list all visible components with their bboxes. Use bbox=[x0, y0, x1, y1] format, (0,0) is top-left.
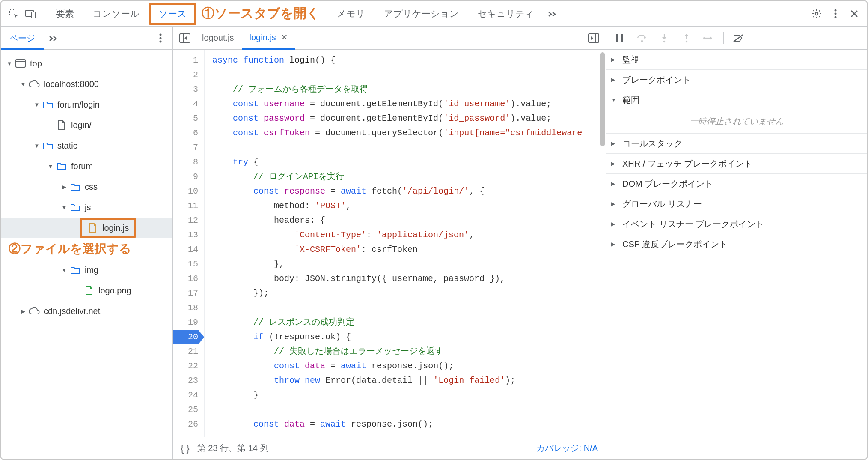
tab-sources-highlight[interactable]: ソース bbox=[149, 3, 196, 25]
tree-label: forum/login bbox=[57, 100, 100, 110]
toggle-navigator-icon[interactable] bbox=[175, 29, 194, 48]
toolbar-separator bbox=[43, 7, 43, 21]
svg-point-24 bbox=[703, 37, 705, 39]
tab-security[interactable]: セキュリティ bbox=[468, 1, 544, 27]
section-scope[interactable]: ▼範囲 bbox=[606, 90, 867, 110]
chevron-down-icon: ▼ bbox=[4, 60, 15, 67]
tree-folder[interactable]: ▼ static bbox=[1, 135, 172, 156]
tree-file-selected[interactable]: login.js bbox=[1, 218, 172, 238]
kebab-menu-icon[interactable] bbox=[827, 5, 844, 22]
svg-point-18 bbox=[641, 40, 643, 42]
scrollbar[interactable] bbox=[600, 52, 605, 146]
tree-folder[interactable]: ▼ img bbox=[1, 260, 172, 280]
tree-folder[interactable]: ▼ js bbox=[1, 197, 172, 218]
section-event-breakpoints[interactable]: ▶イベント リスナー ブレークポイント bbox=[606, 214, 867, 234]
svg-point-20 bbox=[663, 40, 665, 42]
breakpoint-marker[interactable]: 20 bbox=[173, 330, 198, 344]
editor-status-bar: { } 第 23 行、第 14 列 カバレッジ: N/A bbox=[173, 437, 606, 459]
chevron-down-icon: ▼ bbox=[59, 267, 69, 273]
tree-folder[interactable]: ▼ forum/login bbox=[1, 94, 172, 115]
file-tab-label: logout.js bbox=[202, 33, 234, 43]
tree-label: cdn.jsdelivr.net bbox=[44, 306, 100, 316]
section-xhr-breakpoints[interactable]: ▶XHR / フェッチ ブレークポイント bbox=[606, 154, 867, 173]
annotation-1: ①ソースタブを開く bbox=[202, 5, 320, 22]
svg-point-3 bbox=[815, 12, 818, 15]
inspect-element-icon[interactable] bbox=[5, 5, 22, 22]
section-global-listeners[interactable]: ▶グローバル リスナー bbox=[606, 194, 867, 214]
step-into-icon[interactable] bbox=[655, 30, 674, 47]
tree-label: static bbox=[57, 141, 77, 151]
section-breakpoints[interactable]: ▶ブレークポイント bbox=[606, 70, 867, 90]
tree-host[interactable]: ▶ cdn.jsdelivr.net bbox=[1, 301, 172, 321]
document-icon bbox=[56, 119, 68, 131]
svg-rect-10 bbox=[16, 60, 25, 67]
svg-point-4 bbox=[835, 9, 837, 11]
device-toolbar-icon[interactable] bbox=[22, 5, 39, 22]
pause-resume-icon[interactable] bbox=[610, 30, 629, 47]
close-devtools-icon[interactable] bbox=[846, 5, 863, 22]
svg-point-8 bbox=[160, 37, 162, 39]
chevron-down-icon: ▼ bbox=[59, 204, 69, 211]
tree-label: login.js bbox=[102, 223, 129, 233]
pretty-print-icon[interactable]: { } bbox=[181, 443, 190, 454]
image-file-icon bbox=[83, 284, 95, 296]
coverage-link[interactable]: カバレッジ: N/A bbox=[536, 442, 598, 454]
svg-point-22 bbox=[686, 40, 687, 42]
annotation-2: ②ファイルを選択する bbox=[1, 238, 172, 260]
tabs-overflow-icon[interactable] bbox=[544, 5, 561, 22]
svg-point-7 bbox=[160, 33, 162, 36]
tab-memory[interactable]: メモリ bbox=[327, 1, 375, 27]
code-editor[interactable]: 123 456 789 101112 131415 161718 1920 21… bbox=[173, 50, 606, 437]
debugger-sidebar: ▶監視 ▶ブレークポイント ▼範囲 一時停止されていません ▶コールスタック ▶… bbox=[606, 27, 867, 459]
folder-icon bbox=[42, 99, 54, 111]
toggle-debugger-icon[interactable] bbox=[584, 29, 603, 48]
section-dom-breakpoints[interactable]: ▶DOM ブレークポイント bbox=[606, 174, 867, 194]
devtools-toolbar: 要素 コンソール ソース ①ソースタブを開く メモリ アプリケーション セキュリ… bbox=[1, 1, 867, 27]
section-watch[interactable]: ▶監視 bbox=[606, 50, 867, 69]
folder-icon bbox=[69, 264, 81, 276]
tree-label: top bbox=[30, 59, 42, 69]
file-tab-logout[interactable]: logout.js bbox=[194, 27, 242, 50]
tree-top-frame[interactable]: ▼ top bbox=[1, 53, 172, 74]
svg-rect-14 bbox=[589, 34, 599, 42]
section-csp-breakpoints[interactable]: ▶CSP 違反ブレークポイント bbox=[606, 234, 867, 254]
folder-icon bbox=[69, 181, 81, 193]
svg-point-5 bbox=[835, 12, 837, 15]
svg-rect-17 bbox=[621, 34, 623, 42]
chevron-down-icon: ▼ bbox=[32, 102, 42, 108]
navigator-overflow-icon[interactable] bbox=[44, 29, 62, 48]
section-callstack[interactable]: ▶コールスタック bbox=[606, 134, 867, 153]
chevron-right-icon: ▶ bbox=[59, 184, 69, 190]
page-tab[interactable]: ページ bbox=[1, 27, 44, 50]
file-tab-login[interactable]: login.js ✕ bbox=[242, 27, 295, 50]
tree-file[interactable]: logo.png bbox=[1, 280, 172, 301]
svg-rect-2 bbox=[32, 12, 36, 18]
step-out-icon[interactable] bbox=[677, 30, 696, 47]
tab-console[interactable]: コンソール bbox=[83, 1, 149, 27]
tree-folder[interactable]: ▶ css bbox=[1, 176, 172, 197]
code-content[interactable]: async function login() { // フォームから各種データを… bbox=[205, 50, 606, 437]
debug-accordion: ▶監視 ▶ブレークポイント ▼範囲 一時停止されていません ▶コールスタック ▶… bbox=[606, 50, 867, 459]
close-icon[interactable]: ✕ bbox=[281, 33, 288, 42]
tree-label: js bbox=[85, 203, 91, 212]
tree-label: forum bbox=[71, 161, 93, 171]
tree-label: localhost:8000 bbox=[44, 79, 99, 89]
cloud-icon bbox=[28, 305, 40, 317]
source-editor-panel: logout.js login.js ✕ 123 456 789 101112 … bbox=[173, 27, 606, 459]
tree-host[interactable]: ▼ localhost:8000 bbox=[1, 74, 172, 94]
tab-application[interactable]: アプリケーション bbox=[375, 1, 468, 27]
tree-file[interactable]: login/ bbox=[1, 115, 172, 135]
chevron-right-icon: ▶ bbox=[18, 308, 28, 314]
deactivate-breakpoints-icon[interactable] bbox=[729, 30, 748, 47]
tab-elements[interactable]: 要素 bbox=[47, 1, 83, 27]
navigator-kebab-icon[interactable] bbox=[151, 29, 170, 48]
settings-gear-icon[interactable] bbox=[808, 5, 825, 22]
svg-rect-16 bbox=[616, 34, 618, 42]
cloud-icon bbox=[28, 78, 40, 90]
tree-folder[interactable]: ▼ forum bbox=[1, 156, 172, 176]
step-icon[interactable] bbox=[699, 30, 718, 47]
cursor-position: 第 23 行、第 14 列 bbox=[197, 442, 269, 454]
step-over-icon[interactable] bbox=[633, 30, 651, 47]
sources-navigator: ページ ▼ top ▼ localhost:8000 bbox=[1, 27, 173, 459]
line-gutter[interactable]: 123 456 789 101112 131415 161718 1920 21… bbox=[173, 50, 205, 437]
